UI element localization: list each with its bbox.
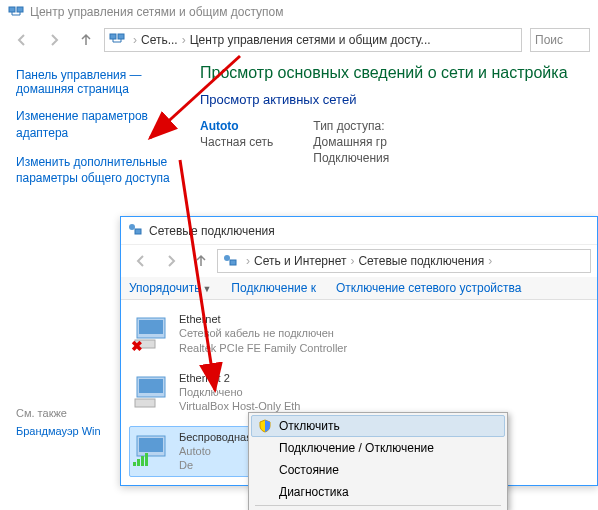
forward-button[interactable] bbox=[157, 249, 185, 273]
toolbar-connect[interactable]: Подключение к bbox=[231, 281, 316, 295]
section-title: Просмотр активных сетей bbox=[200, 92, 598, 107]
folder-icon bbox=[127, 221, 143, 240]
chevron-right-icon: › bbox=[246, 254, 250, 268]
svg-rect-18 bbox=[141, 456, 144, 466]
signal-icon bbox=[133, 452, 151, 470]
breadcrumb-network[interactable]: Сеть... bbox=[141, 33, 178, 47]
menu-label: Подключение / Отключение bbox=[279, 441, 434, 455]
breadcrumb-net-internet[interactable]: Сеть и Интернет bbox=[254, 254, 346, 268]
chevron-right-icon: › bbox=[182, 33, 186, 47]
homegroup-label: Домашняя гр bbox=[313, 135, 389, 149]
menu-label: Диагностика bbox=[279, 485, 349, 499]
network-type: Частная сеть bbox=[200, 135, 273, 149]
menu-item-connect[interactable]: Подключение / Отключение bbox=[251, 437, 505, 459]
chevron-right-icon: › bbox=[133, 33, 137, 47]
win2-addressbar: › Сеть и Интернет › Сетевые подключения … bbox=[121, 245, 597, 277]
adapter-name: Ethernet bbox=[179, 312, 347, 326]
win2-title: Сетевые подключения bbox=[149, 224, 275, 238]
adapter-name: Ethernet 2 bbox=[179, 371, 300, 385]
adapter-icon: ✖ bbox=[133, 312, 173, 352]
network-right: Тип доступа: Домашняя гр Подключения bbox=[313, 119, 389, 167]
svg-rect-12 bbox=[139, 379, 163, 393]
adapter-status: Подключено bbox=[179, 385, 300, 399]
network-left: Autoto Частная сеть bbox=[200, 119, 273, 167]
adapter-icon bbox=[133, 430, 173, 470]
back-button[interactable] bbox=[8, 28, 36, 52]
adapter-icon bbox=[133, 371, 173, 411]
breadcrumb-net-conn[interactable]: Сетевые подключения bbox=[358, 254, 484, 268]
win2-toolbar: Упорядочить▼ Подключение к Отключение се… bbox=[121, 277, 597, 300]
svg-rect-9 bbox=[139, 320, 163, 334]
window-title: Центр управления сетями и общим доступом bbox=[30, 5, 284, 19]
svg-rect-2 bbox=[110, 34, 116, 39]
chevron-right-icon: › bbox=[488, 254, 492, 268]
network-name[interactable]: Autoto bbox=[200, 119, 273, 133]
svg-rect-17 bbox=[137, 459, 140, 466]
svg-rect-7 bbox=[230, 260, 236, 265]
context-menu: Отключить Подключение / Отключение Состо… bbox=[248, 412, 508, 510]
network-icon bbox=[8, 4, 24, 20]
win2-address-box[interactable]: › Сеть и Интернет › Сетевые подключения … bbox=[217, 249, 591, 273]
chevron-down-icon: ▼ bbox=[202, 284, 211, 294]
error-icon: ✖ bbox=[131, 338, 143, 354]
svg-rect-1 bbox=[17, 7, 23, 12]
folder-icon bbox=[222, 252, 238, 271]
network-icon bbox=[109, 31, 125, 50]
win2-titlebar: Сетевые подключения bbox=[121, 217, 597, 245]
link-adapter-settings[interactable]: Изменение параметров адаптера bbox=[16, 108, 180, 142]
menu-item-disable[interactable]: Отключить bbox=[251, 415, 505, 437]
back-button[interactable] bbox=[127, 249, 155, 273]
svg-rect-19 bbox=[145, 453, 148, 466]
svg-rect-0 bbox=[9, 7, 15, 12]
svg-rect-5 bbox=[135, 229, 141, 234]
page-title: Просмотр основных сведений о сети и наст… bbox=[200, 64, 598, 82]
toolbar-disable[interactable]: Отключение сетевого устройства bbox=[336, 281, 521, 295]
connections-label: Подключения bbox=[313, 151, 389, 165]
search-input[interactable]: Поис bbox=[530, 28, 590, 52]
address-box[interactable]: › Сеть... › Центр управления сетями и об… bbox=[104, 28, 522, 52]
forward-button[interactable] bbox=[40, 28, 68, 52]
link-advanced-sharing[interactable]: Изменить дополнительные параметры общего… bbox=[16, 154, 180, 188]
svg-rect-3 bbox=[118, 34, 124, 39]
shield-icon bbox=[258, 419, 272, 436]
svg-point-6 bbox=[224, 255, 230, 261]
svg-point-4 bbox=[129, 224, 135, 230]
sidebar-heading[interactable]: Панель управления — домашняя страница bbox=[16, 68, 180, 96]
search-placeholder: Поис bbox=[535, 33, 563, 47]
adapter-ethernet[interactable]: ✖ Ethernet Сетевой кабель не подключен R… bbox=[129, 308, 359, 359]
adapter-ethernet2[interactable]: Ethernet 2 Подключено VirtualBox Host-On… bbox=[129, 367, 359, 418]
svg-rect-13 bbox=[135, 399, 155, 407]
breadcrumb-center[interactable]: Центр управления сетями и общим досту... bbox=[190, 33, 431, 47]
network-info: Autoto Частная сеть Тип доступа: Домашня… bbox=[200, 119, 598, 167]
menu-label: Отключить bbox=[279, 419, 340, 433]
adapter-device: Realtek PCIe FE Family Controller bbox=[179, 341, 347, 355]
svg-rect-16 bbox=[133, 462, 136, 466]
menu-label: Состояние bbox=[279, 463, 339, 477]
menu-item-status[interactable]: Состояние bbox=[251, 459, 505, 481]
access-type-label: Тип доступа: bbox=[313, 119, 389, 133]
main-titlebar: Центр управления сетями и общим доступом bbox=[0, 0, 598, 24]
up-button[interactable] bbox=[72, 28, 100, 52]
menu-separator bbox=[255, 505, 501, 506]
main-addressbar: › Сеть... › Центр управления сетями и об… bbox=[0, 24, 598, 56]
svg-rect-15 bbox=[139, 438, 163, 452]
adapter-status: Сетевой кабель не подключен bbox=[179, 326, 347, 340]
chevron-right-icon: › bbox=[350, 254, 354, 268]
toolbar-organize[interactable]: Упорядочить▼ bbox=[129, 281, 211, 295]
up-button[interactable] bbox=[187, 249, 215, 273]
menu-item-diagnostics[interactable]: Диагностика bbox=[251, 481, 505, 503]
